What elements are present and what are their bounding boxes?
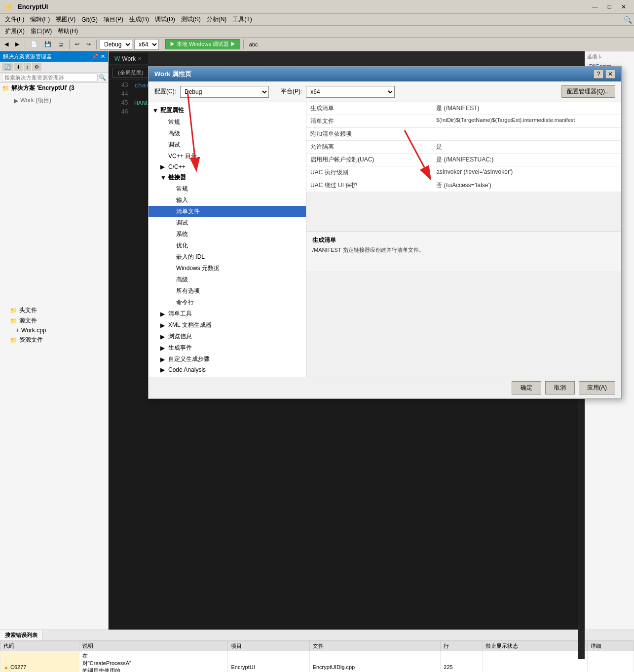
prop-build-events[interactable]: ▶生成事件 (149, 342, 306, 354)
menu-bar-2: 扩展(X) 窗口(W) 帮助(H) (0, 26, 634, 38)
header-files-item[interactable]: 📁 头文件 (0, 305, 108, 316)
col-header-detail: 详细 (587, 641, 634, 651)
prop-linker[interactable]: ▼链接器 (149, 172, 306, 183)
expand-icon-linker: ▼ (160, 174, 166, 181)
window-controls[interactable]: — □ ✕ (588, 3, 630, 10)
source-files-item[interactable]: 📁 源文件 (0, 316, 108, 326)
properties-panel: 生成清单 是 (/MANIFEST) 清单文件 $(IntDir)$(Targe… (306, 102, 621, 377)
resource-files-item[interactable]: 📁 资源文件 (0, 335, 108, 345)
work-cpp-item[interactable]: + Work.cpp (0, 326, 108, 335)
prop-general-1[interactable]: 常规 (149, 117, 306, 128)
col-header-line: 行 (441, 641, 482, 651)
solution-item[interactable]: 📁 解决方案 'EncryptUI' (3 (0, 83, 108, 93)
prop-linker-optimize[interactable]: 优化 (149, 240, 306, 251)
props-btn[interactable]: ⚙ (32, 63, 41, 71)
sidebar-toolbar: 🔄 ⬇ ↕ ⚙ (0, 62, 108, 73)
folder-icon-3: 📁 (10, 337, 17, 344)
prop-manifest-tool[interactable]: ▶清单工具 (149, 308, 306, 319)
filter-btn[interactable]: ⬇ (14, 63, 23, 71)
menu-build[interactable]: 生成(B) (126, 14, 152, 25)
prop-linker-system[interactable]: 系统 (149, 229, 306, 240)
menu-git[interactable]: Git(G) (78, 15, 101, 24)
col-header-desc: 说明 (79, 641, 228, 651)
menu-window[interactable]: 窗口(W) (28, 26, 55, 37)
prop-val-manifest-gen[interactable]: 是 (/MANIFEST) (432, 102, 621, 115)
config-dropdown[interactable]: Debug (180, 86, 269, 98)
source-files-label: 源文件 (19, 316, 37, 325)
prop-linker-debug[interactable]: 调试 (149, 217, 306, 229)
prop-custom-build[interactable]: ▶自定义生成步骤 (149, 354, 306, 365)
prop-val-isolation[interactable]: 是 (432, 141, 621, 154)
menu-view[interactable]: 视图(V) (53, 14, 78, 25)
sync-btn[interactable]: 🔄 (2, 63, 13, 71)
tree-placeholder: ▶ Work (项目) (0, 93, 108, 108)
new-item-btn[interactable]: 📄 (28, 40, 40, 49)
prop-vc-dirs[interactable]: VC++ 目录 (149, 151, 306, 162)
prop-val-uac-level[interactable]: asInvoker (/level='asInvoker') (432, 166, 621, 179)
collapse-btn[interactable]: ↕ (24, 63, 31, 71)
prop-val-manifest-file[interactable]: $(IntDir)$(TargetName)$(TargetExt).inter… (432, 115, 621, 128)
menu-debug[interactable]: 调试(D) (152, 14, 178, 25)
prop-linker-winmeta[interactable]: Windows 元数据 (149, 263, 306, 274)
menu-edit[interactable]: 编辑(E) (27, 14, 53, 25)
expand-icon-ca: ▶ (160, 366, 166, 373)
prop-linker-idl[interactable]: 嵌入的 IDL (149, 251, 306, 263)
tab-search-errors[interactable]: 搜索错误列表 (0, 630, 43, 640)
prop-xml-gen[interactable]: ▶XML 文档生成器 (149, 319, 306, 331)
prop-val-add-deps[interactable] (432, 128, 621, 141)
cancel-button[interactable]: 取消 (545, 381, 575, 395)
prop-val-uac-bypass[interactable]: 否 (/uiAccess='false') (432, 179, 621, 192)
menu-project[interactable]: 项目(P) (101, 14, 126, 25)
prop-linker-all[interactable]: 所有选项 (149, 285, 306, 297)
save-btn[interactable]: 💾 (42, 40, 54, 49)
prop-name-manifest-file: 清单文件 (306, 115, 432, 128)
tree-item[interactable]: ▶ Work (项目) (4, 95, 104, 106)
prop-advanced-1[interactable]: 高级 (149, 128, 306, 139)
search-submit-icon[interactable]: 🔍 (99, 74, 106, 81)
help-btn[interactable]: ? (594, 70, 603, 79)
prop-linker-cmdline[interactable]: 命令行 (149, 297, 306, 308)
prop-val-uac-enable[interactable]: 是 (/MANIFESTUAC:) (432, 154, 621, 166)
menu-extensions[interactable]: 扩展(X) (2, 26, 28, 37)
prop-linker-manifest[interactable]: 清单文件 (149, 206, 306, 217)
prop-linker-advanced[interactable]: 高级 (149, 274, 306, 285)
ok-button[interactable]: 确定 (512, 381, 541, 395)
bottom-panel: 搜索错误列表 代码 说明 项目 文件 行 禁止显示状态 详细 ▲ C62 (0, 630, 634, 672)
back-btn[interactable]: ◀ (2, 40, 11, 49)
close-btn[interactable]: ✕ (605, 70, 615, 79)
prop-code-analysis[interactable]: ▶Code Analysis (149, 365, 306, 375)
menu-file[interactable]: 文件(F) (2, 14, 27, 25)
apply-button[interactable]: 应用(A) (579, 381, 615, 395)
config-manager-btn[interactable]: 配置管理器(Q)... (561, 85, 615, 98)
menu-tools[interactable]: 工具(T) (229, 14, 255, 25)
search-icon[interactable]: 🔍 (624, 16, 632, 24)
redo-btn[interactable]: ↪ (84, 40, 93, 49)
platform-dropdown[interactable]: x64 (134, 39, 159, 50)
save-all-btn[interactable]: 🗂 (56, 40, 66, 49)
prop-cpp[interactable]: ▶C/C++ (149, 162, 306, 172)
sidebar-tree: 📁 解决方案 'EncryptUI' (3 ▶ Work (项目) 📁 头文件 (0, 83, 108, 630)
toolbar: ◀ ▶ 📄 💾 🗂 ↩ ↪ Debug x64 ▶ 本地 Windows 调试器… (0, 38, 634, 51)
error-list-container: 代码 说明 项目 文件 行 禁止显示状态 详细 ▲ C6277 在 (0, 641, 634, 672)
undo-btn[interactable]: ↩ (73, 40, 82, 49)
close-sidebar-icon[interactable]: ✕ (101, 53, 105, 60)
prop-linker-general[interactable]: 常规 (149, 183, 306, 195)
modal-overlay: Work 属性页 ? ✕ 配置(C): Debug 平台(P): x64 (109, 51, 585, 630)
pin-icon[interactable]: 📌 (92, 53, 99, 60)
dialog-title-buttons: ? ✕ (594, 70, 615, 79)
prop-linker-input[interactable]: 输入 (149, 195, 306, 206)
prop-browse[interactable]: ▶浏览信息 (149, 331, 306, 342)
prop-debug-1[interactable]: 调试 (149, 139, 306, 151)
run-btn[interactable]: ▶ 本地 Windows 调试器 ▶ (165, 39, 240, 49)
error-table-header: 代码 说明 项目 文件 行 禁止显示状态 详细 (0, 641, 634, 651)
error-row-1[interactable]: ▲ C6277 在 对"CreateProcessA" 的调用中使用的 NULL… (0, 651, 634, 672)
prop-name-uac-bypass: UAC 绕过 UI 保护 (306, 179, 432, 192)
forward-btn[interactable]: ▶ (13, 40, 22, 49)
platform-dropdown-dialog[interactable]: x64 (306, 86, 395, 98)
menu-analyze[interactable]: 分析(N) (204, 14, 230, 25)
search-input[interactable] (2, 74, 98, 81)
menu-test[interactable]: 测试(S) (178, 14, 204, 25)
debug-config-dropdown[interactable]: Debug (100, 39, 132, 50)
abc-btn[interactable]: abc (247, 40, 261, 49)
menu-help[interactable]: 帮助(H) (55, 26, 81, 37)
